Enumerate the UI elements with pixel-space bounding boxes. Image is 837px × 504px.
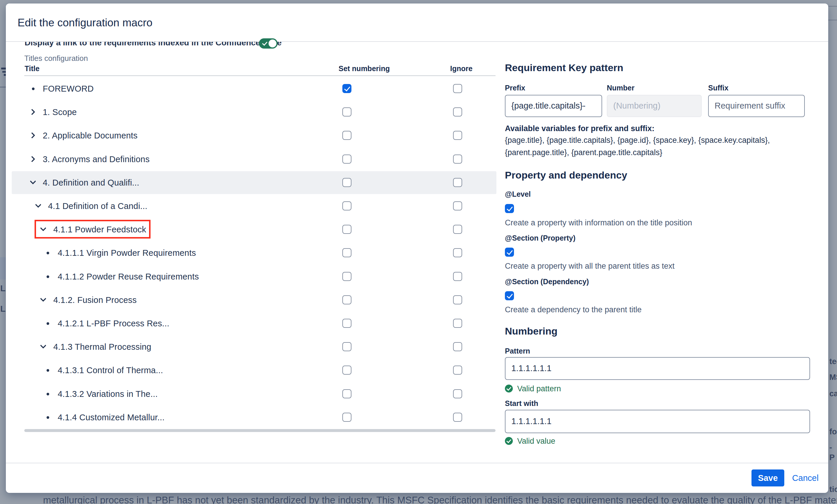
ignore-checkbox[interactable] (453, 178, 462, 187)
row-title[interactable]: 4.1.3 Thermal Processing (53, 341, 152, 352)
ignore-checkbox[interactable] (453, 201, 462, 210)
set-numbering-checkbox[interactable] (342, 366, 352, 375)
save-button[interactable]: Save (751, 469, 784, 486)
section-dependency-label: @Section (Dependency) (505, 278, 589, 286)
horizontal-scrollbar[interactable] (24, 429, 496, 432)
suffix-placeholder: Requirement suffix (715, 101, 785, 110)
ignore-checkbox[interactable] (453, 131, 462, 140)
row-title[interactable]: FOREWORD (43, 83, 94, 94)
titles-configuration-label: Titles configuration (24, 54, 88, 63)
section-property-checkbox[interactable] (505, 248, 514, 257)
bg-text-bar (1, 68, 6, 69)
annotation-highlight-box (35, 220, 150, 239)
available-variables-title: Available variables for prefix and suffi… (505, 124, 655, 133)
bullet-icon (47, 252, 49, 254)
ignore-checkbox[interactable] (453, 107, 462, 116)
suffix-input[interactable]: Requirement suffix (708, 95, 805, 117)
bullet-icon (47, 416, 49, 419)
ignore-checkbox[interactable] (453, 225, 462, 234)
table-header-divider (24, 75, 496, 76)
bg-rule (828, 20, 837, 20)
start-with-label: Start with (505, 399, 538, 408)
section-property-description: Create a property with all the parent ti… (505, 262, 675, 271)
valid-pattern-text: Valid pattern (517, 384, 561, 393)
set-numbering-checkbox[interactable] (342, 248, 352, 257)
ignore-checkbox[interactable] (453, 413, 462, 422)
bullet-icon (47, 369, 49, 372)
bg-text-fragment: -P (830, 443, 837, 463)
bullet-icon (47, 393, 49, 395)
bg-selection-block (0, 257, 6, 280)
pattern-input[interactable]: 1.1.1.1.1.1 (505, 357, 810, 380)
set-numbering-checkbox[interactable] (342, 201, 352, 210)
ignore-checkbox[interactable] (453, 84, 462, 93)
row-title[interactable]: 4.1.3.1 Control of Therma... (58, 365, 163, 376)
ignore-checkbox[interactable] (453, 295, 462, 304)
ignore-checkbox[interactable] (453, 272, 462, 281)
row-title[interactable]: 4.1.4 Customized Metallur... (58, 412, 165, 423)
set-numbering-checkbox[interactable] (342, 131, 352, 140)
bullet-icon (32, 88, 35, 90)
row-title[interactable]: 4.1.2.1 L-PBF Process Res... (58, 318, 169, 329)
section-dependency-checkbox[interactable] (505, 291, 514, 300)
level-label: @Level (505, 190, 531, 199)
bg-text-fragment: LA (0, 304, 6, 314)
set-numbering-checkbox[interactable] (342, 178, 352, 187)
bg-rule (828, 6, 837, 7)
footer-divider (6, 463, 828, 463)
set-numbering-checkbox[interactable] (342, 154, 352, 164)
prefix-label: Prefix (505, 84, 525, 92)
prefix-input[interactable]: {page.title.capitals}- (505, 95, 602, 117)
dialog-title: Edit the configuration macro (18, 17, 153, 29)
column-header-ignore: Ignore (450, 64, 473, 73)
screen: tedMScafor-Ptic LALA metallurgical proce… (0, 0, 837, 504)
bg-text-fragment: LA (0, 283, 6, 293)
row-title[interactable]: 4.1.3.2 Variations in The... (58, 388, 158, 399)
bg-text-fragment: tic (830, 484, 837, 494)
available-variables-line2: {parent.page.title}, {parent.page.title.… (505, 148, 662, 157)
level-checkbox[interactable] (505, 204, 514, 213)
set-numbering-checkbox[interactable] (342, 84, 352, 93)
display-link-toggle[interactable] (259, 38, 278, 49)
level-description: Create a property with information on th… (505, 218, 692, 227)
background-page-text: metallurgical process in L-PBF has not y… (43, 494, 837, 504)
bg-text-fragment: ca (830, 389, 837, 399)
row-title[interactable]: 2. Applicable Documents (43, 130, 138, 141)
valid-value-text: Valid value (517, 437, 555, 446)
row-title[interactable]: 4.1.2. Fusion Process (53, 295, 137, 305)
bg-rule (0, 87, 6, 88)
bullet-icon (47, 322, 49, 325)
section-dependency-description: Create a dependency to the parent title (505, 305, 642, 314)
ignore-checkbox[interactable] (453, 366, 462, 375)
section-heading-numbering: Numbering (505, 325, 557, 337)
set-numbering-checkbox[interactable] (342, 107, 352, 116)
cancel-button[interactable]: Cancel (788, 469, 822, 486)
ignore-checkbox[interactable] (453, 248, 462, 257)
ignore-checkbox[interactable] (453, 342, 462, 351)
row-title[interactable]: 4.1.1.2 Powder Reuse Requirements (58, 271, 199, 282)
valid-pattern-check-icon (505, 385, 513, 392)
bg-text-fragment: MS (830, 372, 837, 382)
row-title[interactable]: 3. Acronyms and Definitions (43, 154, 150, 165)
section-property-label: @Section (Property) (505, 234, 575, 242)
number-label: Number (607, 84, 634, 92)
suffix-label: Suffix (708, 84, 728, 92)
set-numbering-checkbox[interactable] (342, 225, 352, 234)
start-with-input[interactable]: 1.1.1.1.1.1 (505, 410, 810, 433)
bg-text-fragment: for (830, 427, 837, 437)
row-title[interactable]: 4. Definition and Qualifi... (43, 177, 139, 188)
row-title[interactable]: 4.1 Definition of a Candi... (48, 201, 147, 211)
row-title[interactable]: 1. Scope (43, 107, 77, 118)
column-header-title: Title (24, 64, 39, 73)
set-numbering-checkbox[interactable] (342, 413, 352, 422)
row-title[interactable]: 4.1.1.1 Virgin Powder Requirements (58, 247, 196, 258)
ignore-checkbox[interactable] (453, 154, 462, 164)
set-numbering-checkbox[interactable] (342, 342, 352, 351)
bullet-icon (47, 275, 49, 278)
set-numbering-checkbox[interactable] (342, 389, 352, 398)
set-numbering-checkbox[interactable] (342, 295, 352, 304)
ignore-checkbox[interactable] (453, 389, 462, 398)
ignore-checkbox[interactable] (453, 319, 462, 328)
set-numbering-checkbox[interactable] (342, 272, 352, 281)
set-numbering-checkbox[interactable] (342, 319, 352, 328)
